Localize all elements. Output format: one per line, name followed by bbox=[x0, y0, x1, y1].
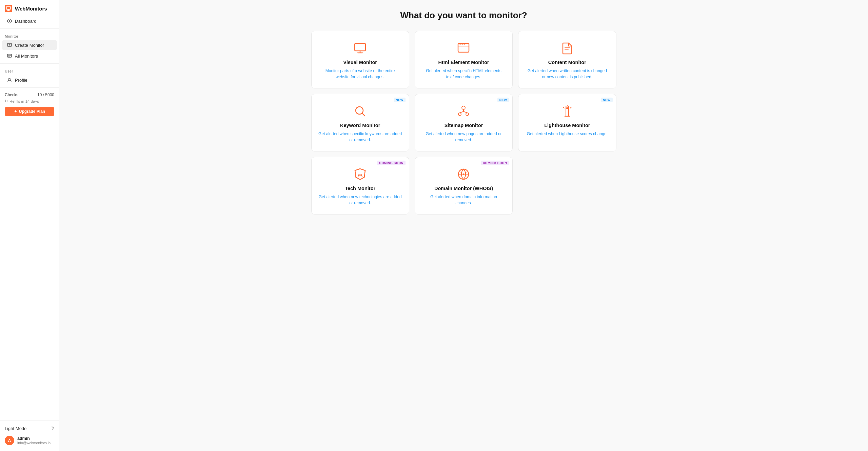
svg-rect-6 bbox=[355, 43, 366, 51]
checks-label: Checks bbox=[5, 93, 18, 97]
user-section-label: User bbox=[0, 66, 59, 75]
user-row[interactable]: A admin info@webmonitors.io bbox=[0, 433, 59, 448]
svg-point-9 bbox=[462, 44, 463, 45]
card-desc-domain: Get alerted when domain information chan… bbox=[422, 194, 506, 206]
badge-keyword: NEW bbox=[394, 98, 406, 102]
icon-sitemap bbox=[456, 104, 471, 119]
monitor-card-html-element[interactable]: Html Element Monitor Get alerted when sp… bbox=[415, 31, 513, 88]
svg-point-12 bbox=[462, 106, 465, 109]
svg-point-18 bbox=[463, 173, 464, 175]
svg-rect-0 bbox=[6, 6, 11, 9]
refills-label: Refills in 14 days bbox=[9, 99, 39, 103]
profile-icon bbox=[7, 77, 12, 83]
sidebar: WebMonitors Dashboard Monitor Create Mon… bbox=[0, 0, 59, 451]
svg-point-21 bbox=[461, 176, 462, 177]
sidebar-item-dashboard[interactable]: Dashboard bbox=[2, 16, 57, 26]
sidebar-item-all-monitors[interactable]: All Monitors bbox=[2, 51, 57, 61]
divider-2 bbox=[0, 63, 59, 64]
svg-point-20 bbox=[466, 172, 467, 173]
card-title-keyword: Keyword Monitor bbox=[340, 123, 380, 128]
monitor-card-keyword[interactable]: NEW Keyword Monitor Get alerted when spe… bbox=[311, 94, 409, 151]
svg-point-8 bbox=[460, 44, 461, 45]
monitor-grid: Visual Monitor Monitor parts of a websit… bbox=[311, 31, 616, 214]
badge-sitemap: NEW bbox=[497, 98, 509, 102]
divider-3 bbox=[0, 87, 59, 88]
upgrade-icon: ✦ bbox=[14, 109, 17, 114]
refills-row: ↻ Refills in 14 days bbox=[5, 99, 54, 103]
card-title-html-element: Html Element Monitor bbox=[438, 60, 489, 65]
user-info: admin info@webmonitors.io bbox=[17, 436, 51, 445]
card-desc-html-element: Get alerted when specific HTML elements … bbox=[422, 68, 506, 80]
upgrade-button[interactable]: ✦ Upgrade Plan bbox=[5, 107, 54, 116]
dashboard-icon bbox=[7, 18, 12, 24]
svg-rect-16 bbox=[566, 107, 568, 109]
all-monitors-label: All Monitors bbox=[15, 54, 38, 59]
icon-tech bbox=[353, 167, 368, 182]
svg-point-22 bbox=[466, 176, 467, 177]
card-desc-content: Get alerted when written content is chan… bbox=[525, 68, 609, 80]
user-initial: A bbox=[8, 438, 11, 443]
profile-label: Profile bbox=[15, 78, 27, 83]
svg-point-5 bbox=[9, 78, 11, 80]
card-desc-sitemap: Get alerted when new pages are added or … bbox=[422, 131, 506, 143]
card-title-content: Content Monitor bbox=[548, 60, 586, 65]
badge-domain: COMING SOON bbox=[481, 161, 509, 165]
card-desc-visual: Monitor parts of a website or the entire… bbox=[318, 68, 402, 80]
icon-visual bbox=[353, 41, 368, 56]
svg-point-14 bbox=[466, 113, 469, 116]
all-monitors-icon bbox=[7, 53, 12, 59]
icon-keyword bbox=[353, 104, 368, 119]
create-monitor-icon bbox=[7, 42, 12, 48]
app-logo[interactable]: WebMonitors bbox=[0, 0, 59, 16]
svg-point-2 bbox=[9, 20, 10, 22]
create-monitor-label: Create Monitor bbox=[15, 43, 44, 48]
checks-row: Checks 10 / 5000 bbox=[5, 93, 54, 97]
card-desc-tech: Get alerted when new technologies are ad… bbox=[318, 194, 402, 206]
badge-lighthouse: NEW bbox=[601, 98, 613, 102]
monitor-section-label: Monitor bbox=[0, 31, 59, 40]
svg-point-19 bbox=[461, 172, 462, 173]
monitor-card-visual[interactable]: Visual Monitor Monitor parts of a websit… bbox=[311, 31, 409, 88]
svg-point-13 bbox=[458, 113, 461, 116]
refills-icon: ↻ bbox=[5, 99, 8, 103]
sidebar-item-create-monitor[interactable]: Create Monitor bbox=[2, 40, 57, 50]
user-email: info@webmonitors.io bbox=[17, 441, 51, 445]
icon-lighthouse bbox=[560, 104, 575, 119]
monitor-card-domain[interactable]: COMING SOON Domain Monitor (WHOIS) Get a… bbox=[415, 157, 513, 214]
monitor-card-content[interactable]: Content Monitor Get alerted when written… bbox=[518, 31, 616, 88]
user-name: admin bbox=[17, 436, 51, 441]
svg-point-10 bbox=[464, 44, 465, 45]
dashboard-label: Dashboard bbox=[15, 19, 37, 24]
icon-domain bbox=[456, 167, 471, 182]
checks-count: 10 / 5000 bbox=[37, 93, 54, 97]
card-title-tech: Tech Monitor bbox=[345, 186, 375, 191]
monitor-card-tech[interactable]: COMING SOON Tech Monitor Get alerted whe… bbox=[311, 157, 409, 214]
page-title: What do you want to monitor? bbox=[73, 10, 854, 21]
card-title-lighthouse: Lighthouse Monitor bbox=[544, 123, 590, 128]
moon-icon: ☽ bbox=[50, 426, 54, 431]
monitor-card-lighthouse[interactable]: NEW Lighthouse Monitor Get alerted when … bbox=[518, 94, 616, 151]
icon-html-element bbox=[456, 41, 471, 56]
checks-section: Checks 10 / 5000 ↻ Refills in 14 days ✦ … bbox=[0, 90, 59, 119]
divider-1 bbox=[0, 28, 59, 29]
card-desc-lighthouse: Get alerted when Lighthouse scores chang… bbox=[527, 131, 608, 137]
card-desc-keyword: Get alerted when specific keywords are a… bbox=[318, 131, 402, 143]
card-title-domain: Domain Monitor (WHOIS) bbox=[434, 186, 493, 191]
logo-icon bbox=[5, 5, 12, 12]
main-content: What do you want to monitor? Visual Moni… bbox=[59, 0, 868, 451]
card-title-sitemap: Sitemap Monitor bbox=[445, 123, 483, 128]
badge-tech: COMING SOON bbox=[377, 161, 406, 165]
sidebar-item-profile[interactable]: Profile bbox=[2, 75, 57, 85]
light-mode-toggle[interactable]: Light Mode ☽ bbox=[0, 423, 59, 433]
monitor-card-sitemap[interactable]: NEW Sitemap Monitor Get alerted when new… bbox=[415, 94, 513, 151]
app-name: WebMonitors bbox=[15, 6, 47, 12]
light-mode-label: Light Mode bbox=[5, 426, 26, 431]
icon-content bbox=[560, 41, 575, 56]
upgrade-label: Upgrade Plan bbox=[19, 109, 45, 114]
card-title-visual: Visual Monitor bbox=[343, 60, 377, 65]
sidebar-bottom: Light Mode ☽ A admin info@webmonitors.io bbox=[0, 420, 59, 448]
user-avatar: A bbox=[5, 436, 14, 445]
